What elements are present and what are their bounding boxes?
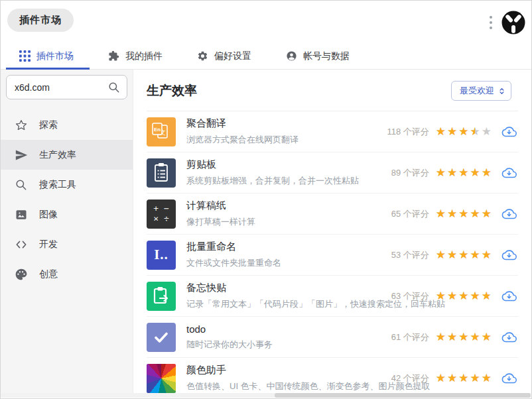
rating-count: 42 个评分 [391, 372, 429, 384]
todo-tile-icon [147, 323, 176, 352]
horizontal-scrollbar-thumb[interactable] [275, 393, 531, 398]
plugin-description: 色值转换、UI 色卡、中国传统颜色、渐变色参考、图片颜色提取 [186, 380, 391, 392]
titlebar-actions [487, 10, 526, 35]
plugin-row[interactable]: 文En聚合翻译浏览器方式聚合在线网页翻译118 个评分★★★★★★★★★★ [147, 111, 518, 152]
plugin-description: 系统剪贴板增强，合并复制，合并一次性粘贴 [186, 175, 359, 187]
cloud-download-button[interactable] [500, 248, 518, 262]
plugin-name: 备忘快贴 [186, 282, 391, 294]
star-icon: ★★ [458, 208, 468, 219]
sidebar-item-label: 生产效率 [39, 149, 76, 161]
plugin-name: 批量重命名 [186, 241, 281, 253]
star-icon: ★★ [470, 167, 480, 178]
star-icon: ★★ [470, 126, 480, 137]
sidebar-item-1[interactable]: 探索 [1, 110, 133, 140]
plugin-rating-area: 42 个评分★★★★★★★★★★ [391, 371, 518, 386]
star-icon: ★★ [436, 290, 446, 302]
sidebar-item-6[interactable]: 创意 [1, 259, 133, 289]
code-icon [15, 238, 28, 251]
cloud-download-button[interactable] [500, 289, 518, 304]
rating-count: 61 个评分 [391, 331, 429, 343]
cloud-download-button[interactable] [500, 371, 518, 386]
horizontal-scrollbar[interactable] [1, 393, 531, 398]
search-icon [15, 178, 28, 192]
plugin-description: 像打草稿一样计算 [186, 216, 255, 228]
palette-icon [15, 268, 28, 281]
search-icon[interactable] [107, 81, 121, 97]
plugin-info: 剪贴板系统剪贴板增强，合并复制，合并一次性粘贴 [186, 158, 359, 187]
cloud-download-button[interactable] [500, 125, 518, 139]
plugin-rating-area: 65 个评分★★★★★★★★★★ [391, 207, 518, 221]
star-icon: ★★ [447, 290, 457, 302]
plugin-list: 文En聚合翻译浏览器方式聚合在线网页翻译118 个评分★★★★★★★★★★剪贴板… [133, 111, 531, 398]
plugin-description: 记录「常用文本」「代码片段」「图片」，快速搜索定位，回车粘贴 [186, 298, 391, 310]
plugin-name: 聚合翻译 [186, 117, 299, 130]
plugin-name: 计算稿纸 [186, 200, 255, 212]
tab-1[interactable]: 插件市场 [19, 50, 74, 62]
tab-2[interactable]: 我的插件 [108, 50, 163, 62]
calc-tile-icon: + −× ÷ [147, 200, 176, 229]
cloud-download-button[interactable] [500, 330, 518, 345]
plugin-row[interactable]: + −× ÷计算稿纸像打草稿一样计算65 个评分★★★★★★★★★★ [147, 194, 518, 235]
star-icon: ★★ [436, 331, 446, 343]
rating-count: 63 个评分 [391, 290, 429, 302]
star-icon: ★★ [470, 372, 480, 384]
star-icon: ★★ [436, 249, 446, 260]
sort-arrows-icon [498, 87, 506, 95]
utools-logo-icon[interactable] [501, 10, 526, 35]
star-icon: ★★ [482, 167, 492, 178]
tab-label: 插件市场 [36, 50, 74, 62]
rating-count: 53 个评分 [391, 249, 429, 261]
content: 探索生产效率搜索工具图像开发创意 生产效率 最受欢迎 文En聚合翻译浏览器方式聚… [1, 70, 531, 398]
app-window: 插件市场 插件市场我的插件偏好设置帐号与数据 [0, 0, 532, 399]
plugin-row[interactable]: 备忘快贴记录「常用文本」「代码片段」「图片」，快速搜索定位，回车粘贴63 个评分… [147, 276, 518, 317]
star-icon [15, 119, 28, 132]
star-icon: ★★ [436, 208, 446, 219]
memo-tile-icon [147, 282, 176, 311]
plugin-row[interactable]: I..批量重命名文件或文件夹批量重命名53 个评分★★★★★★★★★★ [147, 235, 518, 276]
plugin-rating-area: 63 个评分★★★★★★★★★★ [391, 289, 518, 304]
sidebar-item-3[interactable]: 搜索工具 [1, 170, 133, 200]
tab-3[interactable]: 偏好设置 [197, 50, 251, 62]
plugin-description: 随时记录你的大小事务 [186, 339, 273, 351]
plugin-name: todo [186, 323, 273, 335]
main-header: 生产效率 最受欢迎 [133, 70, 531, 101]
send-icon [15, 148, 28, 162]
colors-tile-icon [147, 364, 176, 393]
sidebar-item-4[interactable]: 图像 [1, 200, 133, 229]
sidebar-item-label: 探索 [39, 119, 58, 131]
star-icon: ★★ [470, 290, 480, 302]
plugin-row[interactable]: todo随时记录你的大小事务61 个评分★★★★★★★★★★ [147, 317, 518, 358]
star-icon: ★★ [458, 372, 468, 384]
rename-tile-icon: I.. [147, 241, 176, 270]
star-icon: ★★ [482, 126, 492, 137]
tab-4[interactable]: 帐号与数据 [286, 50, 350, 62]
kebab-menu-icon[interactable] [487, 12, 495, 33]
star-icon: ★★ [458, 331, 468, 343]
account-icon [286, 50, 297, 62]
main-panel: 生产效率 最受欢迎 文En聚合翻译浏览器方式聚合在线网页翻译118 个评分★★★… [133, 70, 531, 398]
star-icon: ★★ [447, 126, 457, 137]
star-icon: ★★ [447, 372, 457, 384]
star-icon: ★★ [470, 249, 480, 260]
sort-dropdown-label: 最受欢迎 [460, 85, 494, 97]
tab-label: 我的插件 [125, 50, 163, 62]
sidebar-item-2[interactable]: 生产效率 [1, 140, 133, 170]
plugin-info: todo随时记录你的大小事务 [186, 323, 273, 351]
puzzle-icon [108, 50, 119, 62]
plugin-info: 计算稿纸像打草稿一样计算 [186, 200, 255, 228]
star-rating: ★★★★★★★★★★ [436, 208, 492, 219]
star-rating: ★★★★★★★★★★ [436, 372, 492, 384]
star-rating: ★★★★★★★★★★ [436, 331, 492, 343]
image-icon [15, 208, 28, 221]
translate-tile-icon: 文En [147, 117, 176, 146]
sidebar: 探索生产效率搜索工具图像开发创意 [1, 70, 133, 398]
cloud-download-button[interactable] [500, 207, 518, 221]
plugin-row[interactable]: 颜色助手色值转换、UI 色卡、中国传统颜色、渐变色参考、图片颜色提取42 个评分… [147, 358, 518, 398]
plugin-rating-area: 89 个评分★★★★★★★★★★ [391, 166, 518, 180]
plugin-row[interactable]: 剪贴板系统剪贴板增强，合并复制，合并一次性粘贴89 个评分★★★★★★★★★★ [147, 152, 518, 194]
sidebar-item-5[interactable]: 开发 [1, 229, 133, 259]
star-icon: ★★ [436, 126, 446, 137]
cloud-download-button[interactable] [500, 166, 518, 180]
sidebar-item-label: 搜索工具 [39, 179, 76, 191]
sort-dropdown[interactable]: 最受欢迎 [451, 81, 511, 101]
